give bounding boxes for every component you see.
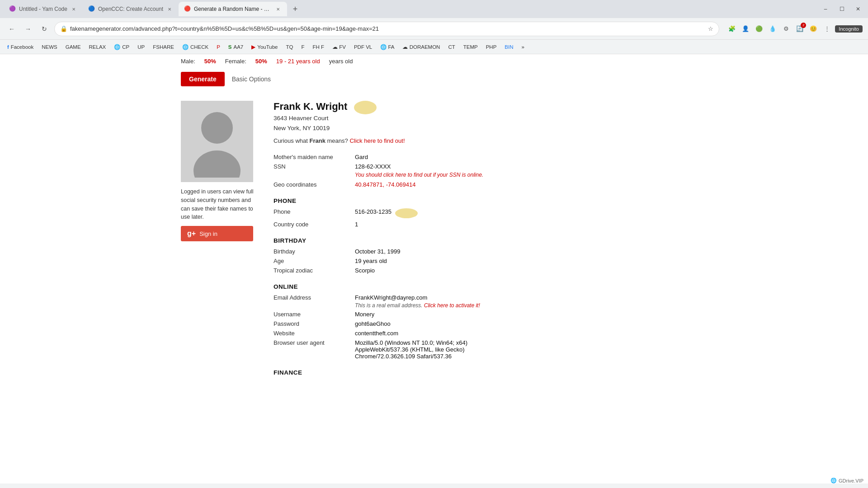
phone-section-title: PHONE — [274, 197, 687, 204]
bookmark-label: FSHARE — [153, 44, 174, 50]
info-panel: Frank K. Wright 3643 Heavner Court New Y… — [274, 101, 687, 379]
color-icon: 🟢 — [754, 23, 764, 34]
bookmark-p[interactable]: P — [213, 43, 224, 51]
bookmark-ct[interactable]: CT — [444, 43, 458, 51]
male-label: Male: — [181, 58, 195, 65]
country-code-row: Country code 1 — [274, 220, 687, 229]
stats-bar: Male: 50% Female: 50% 19 - 21 years old … — [0, 54, 868, 68]
bookmark-label: GAME — [66, 44, 81, 50]
bookmark-php[interactable]: PHP — [482, 43, 500, 51]
browser-agent-row: Browser user agent Mozilla/5.0 (Windows … — [274, 338, 687, 361]
finance-section: FINANCE — [274, 369, 687, 376]
bookmark-label: PHP — [486, 44, 497, 50]
phone-row: Phone 516-203-1235 — [274, 207, 687, 220]
lock-icon: 🔒 — [60, 25, 67, 32]
bookmark-relax[interactable]: RELAX — [85, 43, 110, 51]
person-address-line1: 3643 Heavner Court — [274, 113, 347, 123]
bookmark-tq[interactable]: TQ — [282, 43, 297, 51]
bookmark-up[interactable]: UP — [134, 43, 148, 51]
tab-title-fakename: Generate a Random Name - Fak... — [194, 6, 272, 12]
bookmark-vl[interactable]: PDF VL — [350, 43, 376, 51]
password-label: Password — [274, 320, 355, 327]
bookmark-game[interactable]: GAME — [62, 43, 85, 51]
bookmark-label: F — [301, 44, 304, 50]
tab-close-yam[interactable]: ✕ — [70, 5, 77, 13]
avatar-icon[interactable]: 😊 — [808, 23, 819, 34]
mothers-maiden-label: Mother's maiden name — [274, 154, 355, 160]
bookmark-bin[interactable]: BIN — [501, 43, 517, 51]
website-row: Website contenttheft.com — [274, 328, 687, 338]
bookmark-facebook[interactable]: f Facebook — [4, 43, 37, 51]
female-label: Female: — [225, 58, 246, 65]
tab-yam-code[interactable]: 🟣 Untitled - Yam Code ✕ — [4, 2, 83, 16]
tab-title-openccc: OpenCCC: Create Account — [98, 6, 163, 12]
bookmark-label: BIN — [505, 44, 513, 50]
bookmark-fv[interactable]: ☁ FV — [329, 43, 349, 51]
globe-icon: 🌐 — [114, 44, 120, 50]
bookmark-cp[interactable]: 🌐 CP — [110, 43, 133, 51]
forward-button[interactable]: → — [22, 23, 34, 35]
country-code-label: Country code — [274, 221, 355, 228]
menu-icon[interactable]: ⋮ — [821, 23, 832, 34]
browser-frame: 🟣 Untitled - Yam Code ✕ 🔵 OpenCCC: Creat… — [0, 0, 868, 488]
bookmark-aa7[interactable]: S AA7 — [225, 43, 247, 51]
geo-row: Geo coordinates 40.847871, -74.069414 — [274, 180, 687, 189]
age-row: Age 19 years old — [274, 256, 687, 266]
extensions-icon[interactable]: 🧩 — [726, 23, 737, 34]
tab-close-openccc[interactable]: ✕ — [166, 5, 173, 13]
url-bar[interactable]: 🔒 fakenamegenerator.com/advanced.php?t=c… — [54, 22, 719, 36]
bookmark-fa[interactable]: 🌐 FA — [377, 43, 398, 51]
page-content: Male: 50% Female: 50% 19 - 21 years old … — [0, 54, 868, 483]
url-text: fakenamegenerator.com/advanced.php?t=cou… — [70, 25, 705, 32]
online-section: ONLINE Email Address FrankKWright@dayrep… — [274, 283, 687, 361]
back-button[interactable]: ← — [5, 23, 18, 35]
curious-link[interactable]: Click here to find out! — [349, 137, 405, 144]
reload-button[interactable]: ↻ — [38, 23, 51, 35]
email-activate-link[interactable]: Click here to activate it! — [424, 302, 480, 309]
email-row: Email Address FrankKWright@dayrep.com — [274, 293, 687, 302]
bookmark-doraemon[interactable]: ☁ DORAEMON — [399, 43, 443, 51]
bookmark-fhf[interactable]: FH F — [309, 43, 328, 51]
browser-agent-line2: AppleWebKit/537.36 (KHTML, like Gecko) — [355, 346, 467, 353]
curious-suffix: means? — [327, 137, 350, 144]
profile-icon[interactable]: 👤 — [740, 23, 751, 34]
age-range: 19 - 21 years old — [276, 58, 320, 65]
maximize-button[interactable]: ☐ — [835, 3, 848, 15]
star-icon[interactable]: ☆ — [708, 25, 713, 32]
bookmark-fshare[interactable]: FSHARE — [149, 43, 178, 51]
tab-close-fakename[interactable]: ✕ — [274, 5, 282, 13]
geo-value[interactable]: 40.847871, -74.069414 — [355, 181, 415, 188]
droplet-icon: 💧 — [767, 23, 778, 34]
svg-point-0 — [201, 112, 233, 144]
basic-options-link[interactable]: Basic Options — [232, 75, 271, 83]
gplus-icon: g+ — [187, 230, 196, 238]
birthday-label: Birthday — [274, 248, 355, 255]
bookmark-label: ☁ DORAEMON — [402, 44, 440, 50]
tab-openccc[interactable]: 🔵 OpenCCC: Create Account ✕ — [83, 2, 179, 16]
bookmark-news[interactable]: NEWS — [38, 43, 61, 51]
website-label: Website — [274, 330, 355, 337]
logged-in-text: Logged in users can view full social sec… — [181, 188, 260, 221]
bookmark-label: YouTube — [257, 44, 278, 50]
bookmark-youtube[interactable]: ▶ YouTube — [248, 43, 281, 51]
new-tab-button[interactable]: + — [289, 3, 302, 15]
ssn-note-link[interactable]: click here — [383, 172, 406, 178]
generate-button[interactable]: Generate — [181, 72, 225, 86]
bookmark-check[interactable]: 🌐 CHECK — [179, 43, 212, 51]
bookmark-label: CT — [448, 44, 455, 50]
bookmark-temp[interactable]: TEMP — [460, 43, 481, 51]
sync-icon[interactable]: 🔄 2 — [794, 23, 805, 34]
bookmark-f[interactable]: F — [297, 43, 308, 51]
personal-data-section: Mother's maiden name Gard SSN 128-62-XXX… — [274, 152, 687, 189]
tab-fakename[interactable]: 🔴 Generate a Random Name - Fak... ✕ — [179, 2, 287, 16]
mothers-maiden-row: Mother's maiden name Gard — [274, 152, 687, 162]
bookmark-more[interactable]: » — [518, 43, 528, 51]
curious-line: Curious what Frank means? Click here to … — [274, 137, 687, 144]
profile-area: Logged in users can view full social sec… — [0, 94, 868, 386]
male-pct: 50% — [204, 58, 216, 65]
settings-icon[interactable]: ⚙ — [781, 23, 792, 34]
close-button[interactable]: ✕ — [852, 3, 864, 15]
youtube-icon: ▶ — [251, 44, 255, 50]
signin-button[interactable]: g+ Sign in — [181, 226, 253, 241]
minimize-button[interactable]: – — [819, 3, 832, 15]
